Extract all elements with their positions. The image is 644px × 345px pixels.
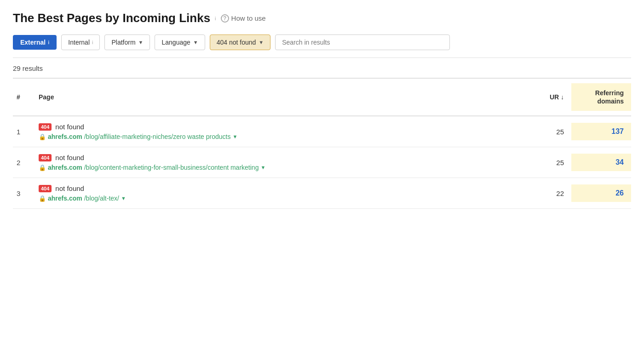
external-label: External [20, 39, 46, 46]
url-path[interactable]: /blog/alt-tex/ [84, 195, 119, 202]
url-chevron-icon[interactable]: ▼ [233, 134, 238, 139]
page-title: The Best Pages by Incoming Links [13, 11, 210, 25]
platform-dropdown[interactable]: Platform ▼ [104, 34, 150, 50]
row-number: 3 [13, 190, 37, 197]
language-label: Language [161, 39, 190, 46]
platform-chevron-icon: ▼ [138, 40, 144, 45]
title-info-icon[interactable]: i [215, 16, 216, 21]
table-body: 1 404 not found 🔒 ahrefs.com/blog/affili… [13, 116, 631, 209]
how-to-use-label: How to use [231, 14, 266, 22]
row-page-cell: 404 not found 🔒 ahrefs.com/blog/affiliat… [37, 123, 530, 140]
url-domain[interactable]: ahrefs.com [48, 133, 82, 140]
col-header-hash: # [13, 93, 37, 101]
url-line: 🔒 ahrefs.com/blog/content-marketing-for-… [39, 164, 530, 171]
url-path[interactable]: /blog/affiliate-marketing-niches/zero wa… [84, 133, 231, 140]
filters-row: External i Internal i Platform ▼ Languag… [13, 34, 631, 58]
lock-icon: 🔒 [39, 133, 46, 140]
not-found-label: not found [55, 184, 84, 192]
search-input[interactable] [275, 34, 450, 50]
row-ur-value: 22 [530, 190, 571, 197]
status-badge-404: 404 [39, 123, 52, 131]
url-chevron-icon[interactable]: ▼ [260, 165, 265, 170]
row-referring-value: 137 [571, 123, 631, 140]
status-line: 404 not found [39, 123, 530, 131]
status-dropdown[interactable]: 404 not found ▼ [210, 34, 271, 50]
lock-icon: 🔒 [39, 195, 46, 202]
title-row: The Best Pages by Incoming Links i ? How… [13, 11, 631, 25]
external-info-icon: i [48, 40, 49, 45]
url-domain[interactable]: ahrefs.com [48, 195, 82, 202]
internal-label: Internal [68, 39, 90, 46]
how-to-use-link[interactable]: ? How to use [221, 14, 266, 23]
lock-icon: 🔒 [39, 164, 46, 171]
language-chevron-icon: ▼ [193, 40, 198, 45]
row-page-cell: 404 not found 🔒 ahrefs.com/blog/content-… [37, 154, 530, 171]
col-header-referring: Referring domains [571, 83, 631, 111]
url-line: 🔒 ahrefs.com/blog/affiliate-marketing-ni… [39, 133, 530, 140]
row-number: 2 [13, 159, 37, 167]
url-domain[interactable]: ahrefs.com [48, 164, 82, 171]
url-line: 🔒 ahrefs.com/blog/alt-tex/ ▼ [39, 195, 530, 202]
external-button[interactable]: External i [13, 35, 57, 50]
row-number: 1 [13, 128, 37, 136]
internal-info-icon: i [92, 40, 93, 45]
row-referring-value: 34 [571, 154, 631, 171]
language-dropdown[interactable]: Language ▼ [155, 34, 205, 50]
status-chevron-icon: ▼ [259, 40, 264, 45]
table-row: 3 404 not found 🔒 ahrefs.com/blog/alt-te… [13, 178, 631, 209]
table-row: 1 404 not found 🔒 ahrefs.com/blog/affili… [13, 116, 631, 147]
status-label: 404 not found [217, 39, 256, 46]
row-page-cell: 404 not found 🔒 ahrefs.com/blog/alt-tex/… [37, 184, 530, 202]
not-found-label: not found [55, 123, 84, 131]
status-badge-404: 404 [39, 185, 52, 192]
results-count: 29 results [13, 58, 631, 78]
platform-label: Platform [111, 39, 135, 46]
table-row: 2 404 not found 🔒 ahrefs.com/blog/conten… [13, 147, 631, 178]
url-path[interactable]: /blog/content-marketing-for-small-busine… [84, 164, 259, 171]
url-chevron-icon[interactable]: ▼ [121, 196, 126, 201]
table-header: # Page UR ↓ Referring domains [13, 78, 631, 116]
row-referring-value: 26 [571, 184, 631, 202]
row-ur-value: 25 [530, 128, 571, 136]
status-badge-404: 404 [39, 154, 52, 161]
status-line: 404 not found [39, 154, 530, 161]
col-header-page: Page [37, 93, 530, 101]
status-line: 404 not found [39, 184, 530, 192]
row-ur-value: 25 [530, 159, 571, 167]
not-found-label: not found [55, 154, 84, 161]
internal-button[interactable]: Internal i [61, 34, 100, 50]
question-icon: ? [221, 14, 229, 23]
col-header-ur: UR ↓ [530, 93, 571, 101]
